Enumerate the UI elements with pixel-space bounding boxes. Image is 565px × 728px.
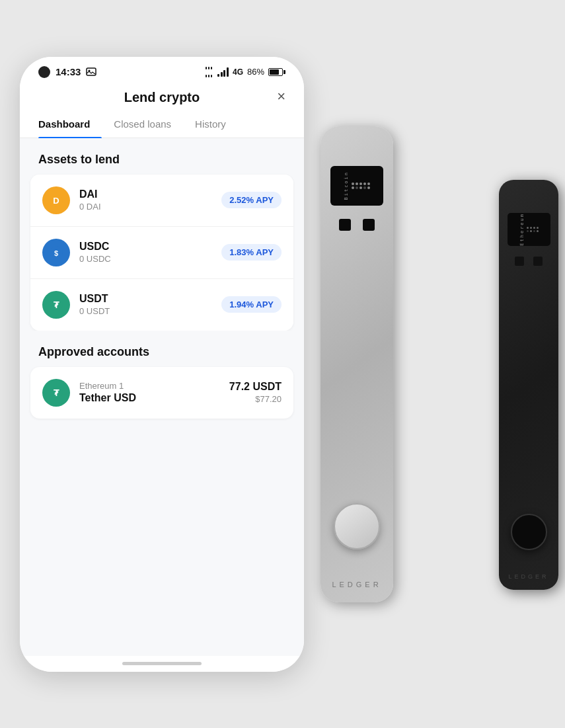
close-button[interactable]: × <box>277 88 285 105</box>
tether-amount: 77.2 USDT $77.20 <box>229 381 282 404</box>
nano-label-silver: LEDGER <box>332 579 381 589</box>
svg-text:$: $ <box>54 249 58 257</box>
svg-rect-7 <box>211 75 212 77</box>
main-content: Assets to lend D DAI 0 DAI 2.52% APY <box>20 138 304 656</box>
ledger-nano-side: Ethereum LEDGER <box>499 180 558 590</box>
dai-name: DAI <box>79 188 221 200</box>
amount-usdt: 77.2 USDT <box>229 381 282 393</box>
status-bar: 14:33 <box>20 57 304 83</box>
vibrate-icon <box>204 67 213 77</box>
ledger-devices: Bitcoin <box>301 0 565 728</box>
nano-label-black: LEDGER <box>508 572 548 580</box>
status-right: 4G 86% <box>204 67 285 77</box>
battery-icon <box>268 68 285 76</box>
tether-account-icon: ₮ <box>42 379 70 407</box>
amount-usd: $77.20 <box>229 394 282 404</box>
dai-icon: D <box>42 186 70 214</box>
home-bar <box>122 662 202 665</box>
svg-rect-6 <box>208 75 209 77</box>
svg-rect-3 <box>208 67 209 69</box>
approved-section-title: Approved accounts <box>20 331 304 367</box>
ledger-nano-front: Bitcoin <box>320 126 393 602</box>
app-title: Lend crypto <box>124 90 200 105</box>
usdt-balance: 0 USDT <box>79 306 221 316</box>
usdt-apy: 1.94% APY <box>221 296 282 313</box>
asset-row-usdc[interactable]: $ USDC 0 USDC 1.83% APY <box>30 227 293 279</box>
nano-main-button-silver[interactable] <box>334 503 380 549</box>
dai-balance: 0 DAI <box>79 202 221 212</box>
nano-screen-black: Ethereum <box>508 213 550 246</box>
battery-percent: 86% <box>247 67 264 77</box>
approved-list: ₮ Ethereum 1 Tether USD 77.2 USDT $77.20 <box>30 367 293 419</box>
camera-icon <box>38 66 50 78</box>
tab-closed-loans[interactable]: Closed loans <box>102 110 183 138</box>
usdc-icon: $ <box>42 239 70 266</box>
app-header: Lend crypto × <box>20 83 304 110</box>
dai-apy: 2.52% APY <box>221 192 282 208</box>
asset-row-usdt[interactable]: ₮ USDT 0 USDT 1.94% APY <box>30 279 293 331</box>
network-label: 4G <box>233 67 243 77</box>
account-name: Tether USD <box>79 392 229 404</box>
svg-text:₮: ₮ <box>54 388 59 398</box>
account-label: Ethereum 1 <box>79 381 229 391</box>
nano-main-button-black[interactable] <box>511 514 547 550</box>
usdt-icon: ₮ <box>42 291 70 319</box>
svg-text:₮: ₮ <box>54 300 59 310</box>
image-icon <box>86 67 96 77</box>
svg-rect-0 <box>87 68 96 75</box>
phone-mockup: 14:33 <box>0 0 324 728</box>
phone-screen: 14:33 <box>20 57 304 672</box>
usdc-balance: 0 USDC <box>79 254 221 264</box>
approved-row-tether[interactable]: ₮ Ethereum 1 Tether USD 77.2 USDT $77.20 <box>30 367 293 419</box>
svg-rect-2 <box>206 67 207 69</box>
assets-list: D DAI 0 DAI 2.52% APY $ <box>30 175 293 331</box>
nano-screen-silver: Bitcoin <box>330 166 383 206</box>
assets-section-title: Assets to lend <box>20 138 304 175</box>
usdt-name: USDT <box>79 293 221 305</box>
tab-history[interactable]: History <box>183 110 238 138</box>
tab-dashboard[interactable]: Dashboard <box>38 110 102 138</box>
nano-body-silver: Bitcoin <box>320 126 393 602</box>
signal-icon <box>217 67 229 77</box>
usdc-apy: 1.83% APY <box>221 244 282 261</box>
nano-body-black: Ethereum LEDGER <box>499 180 558 590</box>
dai-info: DAI 0 DAI <box>79 188 221 212</box>
svg-text:D: D <box>53 196 59 206</box>
tether-account-info: Ethereum 1 Tether USD <box>79 381 229 404</box>
usdc-info: USDC 0 USDC <box>79 241 221 264</box>
svg-rect-4 <box>211 67 212 69</box>
status-time: 14:33 <box>56 66 81 77</box>
status-left: 14:33 <box>38 66 96 78</box>
usdt-info: USDT 0 USDT <box>79 293 221 316</box>
tab-bar: Dashboard Closed loans History <box>20 110 304 138</box>
home-indicator <box>20 656 304 672</box>
usdc-name: USDC <box>79 241 221 253</box>
asset-row-dai[interactable]: D DAI 0 DAI 2.52% APY <box>30 175 293 227</box>
svg-rect-5 <box>206 75 207 77</box>
